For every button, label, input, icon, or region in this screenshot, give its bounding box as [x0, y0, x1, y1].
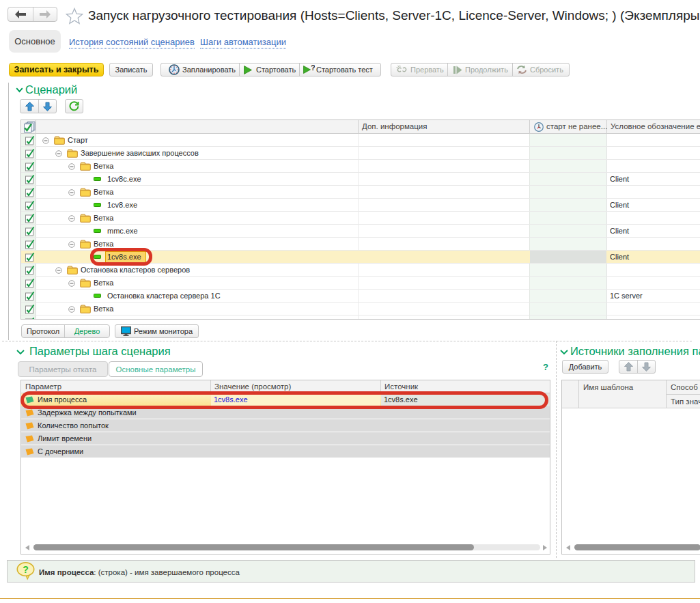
svg-text:?: ?: [23, 564, 29, 575]
svg-text:?: ?: [311, 65, 315, 72]
